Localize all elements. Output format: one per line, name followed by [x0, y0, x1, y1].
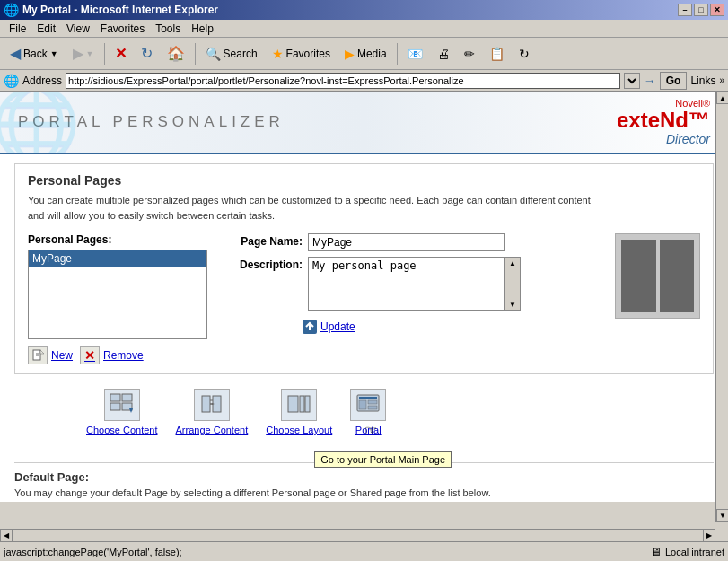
section-desc: You can create multiple personalized pag… [28, 193, 700, 223]
scroll-down-btn[interactable]: ▼ [505, 299, 520, 310]
favorites-icon: ★ [272, 47, 284, 61]
bottom-icons-row: Choose Content Arrange Content [14, 389, 714, 435]
forward-arrow-icon: ▶ [73, 45, 83, 62]
svg-rect-6 [122, 394, 132, 401]
svg-marker-3 [40, 350, 44, 354]
scroll-left-btn[interactable]: ◀ [0, 530, 13, 542]
home-icon: 🏠 [167, 45, 185, 62]
internet-zone-icon: 🖥 [651, 546, 662, 558]
home-button[interactable]: 🏠 [161, 41, 191, 66]
toolbar-sep-2 [195, 43, 196, 65]
address-icon: 🌐 [4, 74, 19, 88]
portal-icon [350, 389, 386, 421]
toolbar-sep-3 [397, 43, 398, 65]
stop-icon: ✕ [115, 45, 127, 62]
arrange-content-label: Arrange Content [176, 425, 249, 435]
search-button[interactable]: 🔍 Search [199, 41, 264, 66]
menu-favorites[interactable]: Favorites [95, 21, 150, 37]
scroll-right-btn[interactable]: ▶ [703, 530, 715, 542]
choose-layout-icon [281, 389, 317, 421]
browser-icon: 🌐 [4, 3, 19, 17]
scroll-down-btn[interactable]: ▼ [716, 509, 728, 522]
layout-col-1 [621, 240, 656, 312]
arrange-content-item[interactable]: Arrange Content [176, 389, 249, 435]
new-button[interactable]: New [28, 346, 73, 364]
back-arrow-icon: ◀ [10, 45, 21, 62]
address-input[interactable] [66, 73, 620, 89]
close-button[interactable]: ✕ [710, 4, 724, 16]
maximize-button[interactable]: □ [694, 4, 708, 16]
scroll-up-btn[interactable]: ▲ [716, 92, 728, 104]
portal-tooltip: Go to your Portal Main Page [314, 451, 452, 468]
favorites-button[interactable]: ★ Favorites [266, 41, 337, 66]
portal-item-container: Portal ☞ Go to your Portal Main Page [350, 389, 386, 435]
svg-rect-13 [300, 396, 304, 412]
new-icon [28, 346, 48, 364]
browser-hscrollbar: ◀ ▶ [0, 529, 715, 541]
svg-rect-19 [368, 406, 377, 409]
new-remove-row: New ✕ Remove [28, 346, 700, 364]
forward-button[interactable]: ▶ ▼ [66, 41, 101, 66]
pages-list-label: Personal Pages: [28, 233, 207, 246]
minimize-button[interactable]: – [678, 4, 692, 16]
choose-content-icon [104, 389, 140, 421]
edit-button[interactable]: 📋 [483, 41, 511, 66]
print-icon: ✏ [464, 47, 475, 61]
choose-layout-label: Choose Layout [266, 425, 332, 435]
svg-rect-18 [368, 400, 377, 404]
description-label: Description: [222, 257, 303, 271]
history-icon: 📧 [408, 47, 423, 61]
title-bar: 🌐 My Portal - Microsoft Internet Explore… [0, 0, 728, 20]
arrange-content-icon [194, 389, 230, 421]
choose-content-item[interactable]: Choose Content [86, 389, 158, 435]
choose-content-label: Choose Content [86, 425, 158, 435]
director-text: Director [617, 131, 710, 147]
menu-tools[interactable]: Tools [150, 21, 186, 37]
menu-bar: File Edit View Favorites Tools Help [0, 20, 728, 38]
links-label[interactable]: Links [690, 75, 715, 87]
svg-rect-8 [202, 396, 210, 412]
svg-rect-5 [110, 403, 120, 410]
portal-item[interactable]: Portal [350, 389, 386, 435]
refresh-button[interactable]: ↻ [135, 41, 159, 66]
media-button[interactable]: ▶ Media [338, 41, 393, 66]
default-page-title: Default Page: [14, 470, 714, 484]
menu-view[interactable]: View [61, 21, 95, 37]
print-button[interactable]: ✏ [458, 41, 481, 66]
menu-help[interactable]: Help [186, 21, 219, 37]
personal-pages-section: Personal Pages You can create multiple p… [14, 163, 714, 374]
go-button[interactable]: Go [660, 72, 688, 90]
links-chevron-icon: » [719, 75, 724, 85]
default-page-desc: You may change your default Page by sele… [14, 487, 714, 498]
back-button[interactable]: ◀ Back ▼ [4, 41, 65, 66]
pages-list-container: Personal Pages: MyPage [28, 233, 207, 339]
portal-header: 🌐 PORTAL PERSONALIZER Novell® exteNd™ Di… [0, 92, 728, 154]
address-label: Address [22, 75, 62, 87]
address-dropdown[interactable]: ▼ [624, 73, 640, 89]
page-name-row: Page Name: [222, 233, 601, 251]
page-details: Page Name: Description: My personal page… [222, 233, 601, 339]
discuss-button[interactable]: ↻ [513, 41, 536, 66]
history-button[interactable]: 📧 [401, 41, 429, 66]
search-icon: 🔍 [206, 47, 221, 61]
list-item[interactable]: MyPage [29, 250, 206, 267]
remove-button[interactable]: ✕ Remove [80, 346, 144, 364]
description-textarea[interactable]: My personal page [308, 257, 505, 311]
mail-button[interactable]: 🖨 [431, 41, 456, 66]
menu-edit[interactable]: Edit [31, 21, 61, 37]
update-row: Update [222, 320, 601, 334]
remove-icon: ✕ [80, 346, 100, 364]
stop-button[interactable]: ✕ [109, 41, 133, 66]
status-text: javascript:changePage('MyPortal', false)… [4, 547, 641, 557]
refresh-icon: ↻ [141, 45, 153, 62]
layout-preview [615, 233, 700, 319]
portal-header-title: PORTAL PERSONALIZER [18, 113, 285, 131]
choose-layout-item[interactable]: Choose Layout [266, 389, 332, 435]
svg-rect-14 [305, 396, 310, 412]
pages-list[interactable]: MyPage [28, 250, 207, 339]
scroll-up-btn[interactable]: ▲ [505, 258, 520, 268]
page-container: Personal Pages You can create multiple p… [0, 154, 728, 502]
update-button[interactable]: Update [303, 320, 355, 334]
page-name-input[interactable] [308, 233, 505, 251]
menu-file[interactable]: File [4, 21, 31, 37]
